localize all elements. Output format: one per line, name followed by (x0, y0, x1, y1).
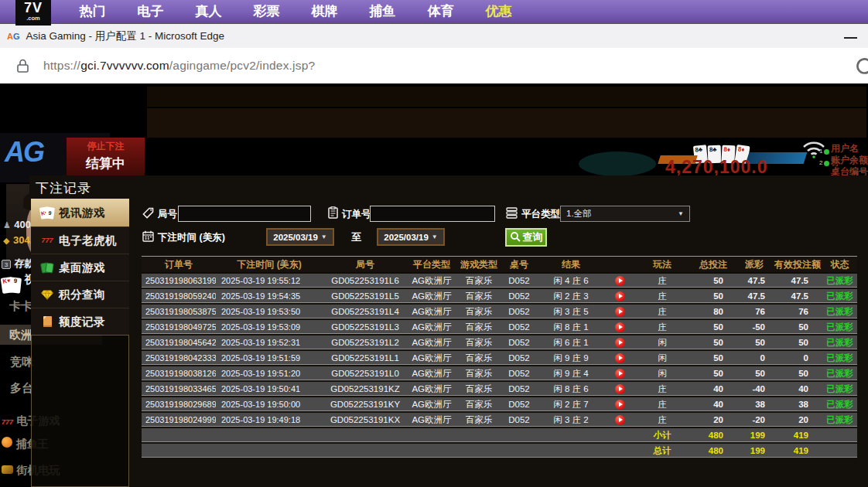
browser-title-bar: AG Asia Gaming - 用户配置 1 - Microsoft Edge (0, 23, 868, 48)
table-row: 2503191980249992025-03-19 19:49:18GD0522… (142, 412, 857, 427)
column-header: 下注时间 (美东) (216, 257, 323, 273)
nav-item[interactable]: 捕鱼 (354, 0, 412, 23)
search-icon (510, 231, 521, 244)
date-from-value: 2025/03/19 (273, 233, 318, 242)
screen: 热门电子真人彩票棋牌捕鱼体育优惠 7V .com AG Asia Gaming … (0, 0, 868, 487)
sidebar-item-document[interactable]: 额度记录 (31, 308, 129, 335)
calendar-icon (142, 230, 154, 245)
table-row: 2503191980592402025-03-19 19:54:35GD0522… (142, 288, 857, 304)
column-header: 总投注 (691, 257, 736, 273)
modal-title: 下注记录 (36, 179, 91, 197)
platform-select[interactable]: 1.全部 ▼ (560, 206, 690, 222)
stop-betting-label: 停止下注 (67, 140, 145, 153)
document-icon (36, 316, 59, 327)
modal-menu: K♥9视讯游戏777电子老虎机桌面游戏积分查询额度记录 (31, 199, 129, 487)
query-button[interactable]: 查询 (505, 228, 547, 247)
column-header: 玩法 (634, 257, 691, 273)
url-path: /agingame/pcv2/index.jsp? (169, 59, 316, 72)
chevron-down-icon: ▼ (321, 233, 327, 240)
replay-button[interactable] (615, 276, 625, 286)
settling-label: 结算中 (67, 155, 145, 172)
diamond-icon (36, 290, 59, 300)
url-text[interactable]: https://gci.7vvvvvv.com/agingame/pcv2/in… (43, 59, 315, 73)
replay-button[interactable] (615, 322, 625, 332)
lock-icon (16, 58, 29, 73)
column-header: 派彩 (736, 257, 773, 273)
sidebar-item-label: 视讯游戏 (59, 206, 105, 220)
sidebar-item-video-cards[interactable]: K♥9视讯游戏 (31, 199, 129, 226)
chevron-down-icon: ▼ (678, 210, 684, 217)
table-row: 2503191980538752025-03-19 19:53:50GD0522… (142, 304, 857, 319)
nav-item[interactable]: 优惠 (470, 0, 528, 23)
date-to-value: 2025/03/19 (384, 233, 429, 242)
replay-button[interactable] (615, 307, 625, 317)
grand-total-row: 总计480199419 (142, 443, 857, 458)
table-row: 2503191980381262025-03-19 19:51:20GD0522… (142, 366, 857, 381)
sidebar-item-diamond[interactable]: 积分查询 (31, 281, 129, 308)
order-filter: 订单号 (328, 205, 371, 223)
date-from-picker[interactable]: 2025/03/19 ▼ (266, 228, 334, 246)
column-header: 有效投注额 (773, 257, 822, 273)
table-row: 2503191980296892025-03-19 19:50:00GD0522… (142, 397, 857, 412)
lobby-banner (147, 87, 866, 107)
replay-button[interactable] (615, 400, 625, 410)
card-icon: 9 (9, 277, 22, 293)
replay-button[interactable] (615, 415, 625, 425)
window-title: Asia Gaming - 用户配置 1 - Microsoft Edge (26, 29, 225, 43)
replay-button[interactable] (615, 369, 625, 379)
table-games-icon (36, 263, 59, 273)
column-header: 状态 (822, 257, 857, 273)
column-header: 桌号 (502, 257, 536, 273)
bet-table-wrap: 订单号下注时间 (美东)局号平台类型游戏类型桌号结果玩法总投注派彩有效投注额状态… (142, 256, 857, 459)
nav-item[interactable]: 真人 (179, 0, 238, 23)
replay-button[interactable] (615, 291, 625, 301)
column-header: 结果 (536, 257, 606, 273)
url-scheme: https:// (43, 59, 80, 72)
url-domain: gci.7vvvvvv.com (80, 59, 169, 72)
minimize-button[interactable] (844, 37, 857, 39)
date-to-picker[interactable]: 2025/03/19 ▼ (377, 228, 445, 246)
nav-item[interactable]: 热门 (63, 0, 121, 23)
balance-amount: ◆ 304. (3, 233, 32, 247)
nav-item[interactable]: 体育 (412, 0, 470, 23)
column-header: 平台类型 (408, 257, 456, 273)
fish-icon (2, 437, 12, 448)
refresh-icon[interactable] (854, 56, 868, 80)
bet-table: 订单号下注时间 (美东)局号平台类型游戏类型桌号结果玩法总投注派彩有效投注额状态… (142, 257, 857, 459)
favicon-ag-icon: AG (7, 32, 20, 41)
clipboard-icon (328, 206, 338, 222)
nav-item[interactable]: 彩票 (238, 0, 296, 23)
column-header: 局号 (323, 257, 408, 273)
sidebar-item-table-cards[interactable]: 桌面游戏 (31, 254, 129, 281)
modal-content: 局号 订单号 平台类型 1.全部 ▼ (129, 199, 868, 487)
platform-list-icon (506, 207, 518, 222)
sidebar-empty-panel (31, 335, 129, 487)
replay-button[interactable] (615, 338, 625, 348)
column-header: 订单号 (142, 257, 216, 273)
bet-table-body: 2503191980631992025-03-19 19:55:12GD0522… (142, 273, 857, 458)
modal-title-bar: 下注记录 (29, 175, 868, 199)
platform-filter: 平台类型 (506, 205, 560, 223)
query-button-label: 查询 (523, 230, 543, 244)
sidebar-item-label: 额度记录 (59, 315, 105, 329)
arcade-icon (2, 465, 13, 474)
table-row: 2503191980334652025-03-19 19:50:41GD0522… (142, 381, 857, 397)
table-header-row: 订单号下注时间 (美东)局号平台类型游戏类型桌号结果玩法总投注派彩有效投注额状态 (142, 257, 857, 273)
sidebar-item-slot-777[interactable]: 777电子老虎机 (31, 226, 129, 254)
replay-button[interactable] (615, 353, 625, 363)
bet-records-modal: 下注记录 K♥9视讯游戏777电子老虎机桌面游戏积分查询额度记录 局号 订单号 … (29, 175, 868, 487)
top-nav-items: 热门电子真人彩票棋牌捕鱼体育优惠 (63, 0, 528, 23)
ag-logo-text: AG (5, 136, 43, 169)
wifi-icon (801, 139, 827, 162)
site-logo[interactable]: 7V .com (15, 0, 51, 26)
replay-button[interactable] (615, 384, 625, 394)
bet-time-label: 下注时间 (美东) (158, 231, 225, 244)
nav-item[interactable]: 电子 (121, 0, 179, 23)
nav-item[interactable]: 棋牌 (296, 0, 354, 23)
order-input[interactable] (370, 206, 495, 222)
sidebar-item-label: 积分查询 (59, 288, 105, 302)
sidebar-item-label: 电子老虎机 (59, 233, 117, 248)
players-icon: ♟ (3, 220, 11, 230)
order-label: 订单号 (342, 208, 371, 221)
round-input[interactable] (178, 206, 311, 222)
